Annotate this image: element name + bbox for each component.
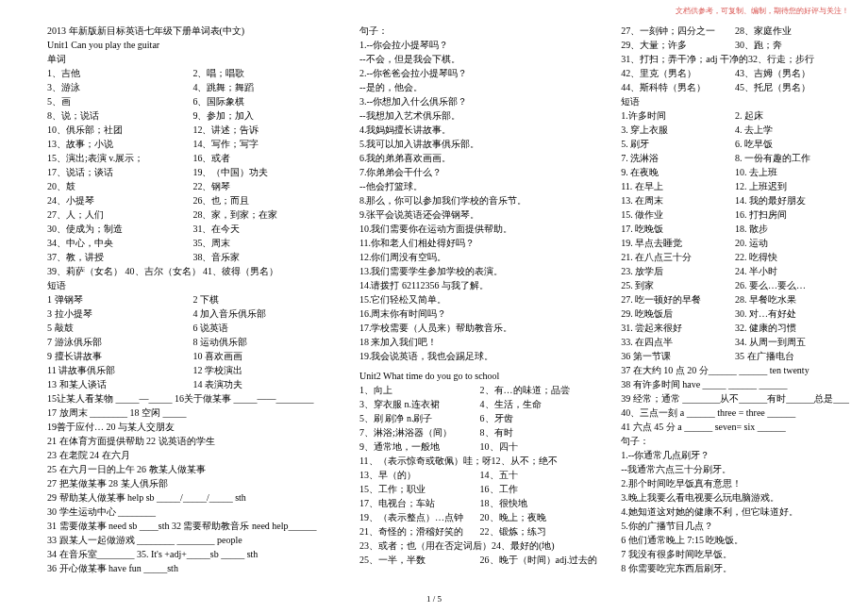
phrase2-cell: 25. 到家 — [621, 278, 735, 292]
word-cell: 19、（中国）功夫 — [192, 165, 338, 179]
phrase2-row: 19. 早点去睡觉20. 运动 — [621, 236, 849, 250]
fill-line: 19善于应付… 20 与某人交朋友 — [47, 420, 339, 434]
phrase2-cell: 13. 在周末 — [621, 193, 735, 207]
phrase-cell: 9 擅长讲故事 — [47, 349, 192, 363]
word3-row: 29、大量；许多30、跑；奔 — [621, 38, 849, 52]
word-row: 8、说；说话9、参加；加入 — [47, 108, 339, 123]
word-cell: 14、写作；写字 — [192, 137, 338, 151]
fill-line: 17 放周末 ________ 18 空闲 _____ — [47, 406, 339, 420]
phrase2-cell: 33. 在四点半 — [621, 335, 735, 349]
word2-row: 11、（表示惊奇或敬佩）哇；呀12、从不；绝不 — [359, 454, 600, 468]
phrase-row: 9 擅长讲故事10 喜欢画画 — [47, 349, 339, 363]
phrase-cell: 5 敲鼓 — [47, 321, 192, 335]
word2-row: 15、工作；职业16、工作 — [359, 482, 600, 496]
phrase2-cell: 4. 去上学 — [735, 123, 849, 137]
word2-cell: 24、最好的(地) — [492, 538, 600, 553]
phrase2-row: 33. 在四点半34. 从周一到周五 — [621, 335, 849, 349]
phrase-cell: 7 游泳俱乐部 — [47, 335, 192, 349]
word-row: 3、游泳4、跳舞；舞蹈 — [47, 80, 339, 94]
word2-row: 9、通常地，一般地10、四十 — [359, 439, 600, 454]
fill-line: 25 在六月一日的上午 26 教某人做某事 — [47, 462, 339, 476]
phrase-row: 11 讲故事俱乐部12 学校演出 — [47, 363, 339, 377]
word-cell: 30、使成为；制造 — [47, 222, 192, 236]
word2-cell: 1、向上 — [359, 383, 480, 397]
word2-row: 7、淋浴;淋浴器（间）8、有时 — [359, 425, 600, 439]
phrase2-cell: 34. 从周一到周五 — [735, 335, 849, 349]
phrase-cell: 6 说英语 — [192, 321, 338, 335]
word-row: 27、人；人们28、家，到家；在家 — [47, 207, 339, 222]
word3-cell: 28、家庭作业 — [735, 24, 849, 38]
word-row: 5、画6、国际象棋 — [47, 94, 339, 108]
phrase2-cell: 10. 去上班 — [735, 165, 849, 179]
word3-cell: 42、里克（男名） — [621, 66, 735, 80]
word2-cell: 6、牙齿 — [480, 411, 601, 425]
phrase2-row: 13. 在周末14. 我的最好朋友 — [621, 193, 849, 207]
word-row: 30、使成为；制造31、在今天 — [47, 222, 339, 236]
word2-cell: 8、有时 — [480, 425, 601, 439]
word-row: 24、小提琴26、也；而且 — [47, 193, 339, 207]
word-cell: 4、跳舞；舞蹈 — [192, 80, 338, 94]
phrase-row: 5 敲鼓6 说英语 — [47, 321, 339, 335]
phrase2-cell: 36 第一节课 — [621, 349, 735, 363]
word-cell: 27、人；人们 — [47, 207, 192, 222]
phrase-cell: 12 学校演出 — [192, 363, 338, 377]
word2-row: 23、或者；也（用在否定词后）24、最好的(地) — [359, 538, 600, 553]
sentence-line: 5.我可以加入讲故事俱乐部。 — [359, 137, 600, 151]
word2-cell: 21、奇怪的；滑稽好笑的 — [359, 524, 480, 538]
sentence-line: 10.我们需要你在运动方面提供帮助。 — [359, 222, 600, 236]
word2-row: 3、穿衣服 n.连衣裙4、生活，生命 — [359, 397, 600, 411]
phrase-cell: 8 运动俱乐部 — [192, 335, 338, 349]
word2-cell: 5、刷 刷净 n.刷子 — [359, 411, 480, 425]
word-row: 15、演出;表演 v.展示；16、或者 — [47, 151, 339, 165]
word-cell: 28、家，到家；在家 — [192, 207, 338, 222]
word-cell: 31、在今天 — [192, 222, 338, 236]
phrase2-cell: 5. 刷牙 — [621, 137, 735, 151]
word-cell: 8、说；说话 — [47, 108, 192, 123]
word-cell: 24、小提琴 — [47, 193, 192, 207]
page-content: 2013 年新版新目标英语七年级下册单词表(中文) Unit1 Can you … — [0, 0, 868, 575]
sentence2-line: 8 你需要吃完东西后刷牙。 — [621, 561, 849, 575]
phrase2-cell: 1.许多时间 — [621, 108, 735, 123]
phrase-cell: 14 表演功夫 — [192, 377, 338, 391]
word2-cell: 7、淋浴;淋浴器（间） — [359, 425, 480, 439]
sentence-line: 6.我的弟弟喜欢画画。 — [359, 151, 600, 165]
phrase2-row: 1.许多时间2. 起床 — [621, 108, 849, 123]
phrase-cell: 11 讲故事俱乐部 — [47, 363, 192, 377]
phrase2-cell: 23. 放学后 — [621, 264, 735, 278]
phrase2-cell: 8. 一份有趣的工作 — [735, 151, 849, 165]
fill-line: 29 帮助某人做某事 help sb _____/_____/_____ sth — [47, 490, 339, 505]
sentence-line: 15.它们轻松又简单。 — [359, 292, 600, 306]
word2-cell: 14、五十 — [480, 468, 601, 482]
phrase2-cell: 31. 尝起来很好 — [621, 321, 735, 335]
word2-cell: 11、（表示惊奇或敬佩）哇；呀 — [359, 454, 492, 468]
sentence-line: 18 来加入我们吧！ — [359, 335, 600, 349]
phrase2-row: 31. 尝起来很好32. 健康的习惯 — [621, 321, 849, 335]
phrase2-row: 29. 吃晚饭后30. 对…有好处 — [621, 306, 849, 321]
phrase2-cell: 3. 穿上衣服 — [621, 123, 735, 137]
word2-cell: 25、一半，半数 — [359, 553, 480, 567]
fill-line: 34 在音乐室________ 35. It's +adj+_____sb __… — [47, 547, 339, 561]
phrase-row: 1 弹钢琴2 下棋 — [47, 292, 339, 306]
word2-cell: 26、晚于（时间）adj.过去的 — [480, 553, 601, 567]
word2-cell: 4、生活，生命 — [480, 397, 601, 411]
phrase2-cell: 32. 健康的习惯 — [735, 321, 849, 335]
word3-row: 27、一刻钟；四分之一28、家庭作业 — [621, 24, 849, 38]
subheading-phrases2: 短语 — [621, 94, 849, 108]
sentence-line: 8.那么，你可以参加我们学校的音乐节。 — [359, 193, 600, 207]
doc-title: 2013 年新版新目标英语七年级下册单词表(中文) — [47, 24, 339, 38]
word2-row: 5、刷 刷净 n.刷子6、牙齿 — [359, 411, 600, 425]
phrase2-cell: 18. 散步 — [735, 222, 849, 236]
phrase2-cell: 21. 在八点三十分 — [621, 250, 735, 264]
word-cell: 38、音乐家 — [192, 250, 338, 264]
sentence2-line: 5.你的广播节目几点？ — [621, 519, 849, 533]
word2-cell: 22、锻炼；练习 — [480, 524, 601, 538]
fill2-line: 40、三点一刻 a ______ three = three ______ — [621, 406, 849, 420]
word2-cell: 19、（表示整点）…点钟 — [359, 510, 480, 524]
word2-row: 13、早（的）14、五十 — [359, 468, 600, 482]
phrase2-row: 5. 刷牙6. 吃早饭 — [621, 137, 849, 151]
word-cell: 6、国际象棋 — [192, 94, 338, 108]
word-cell: 15、演出;表演 v.展示； — [47, 151, 192, 165]
sentence-line: 12.你们周没有空吗。 — [359, 250, 600, 264]
word-cell: 3、游泳 — [47, 80, 192, 94]
sentence2-line: 3.晚上我要么看电视要么玩电脑游戏。 — [621, 490, 849, 505]
